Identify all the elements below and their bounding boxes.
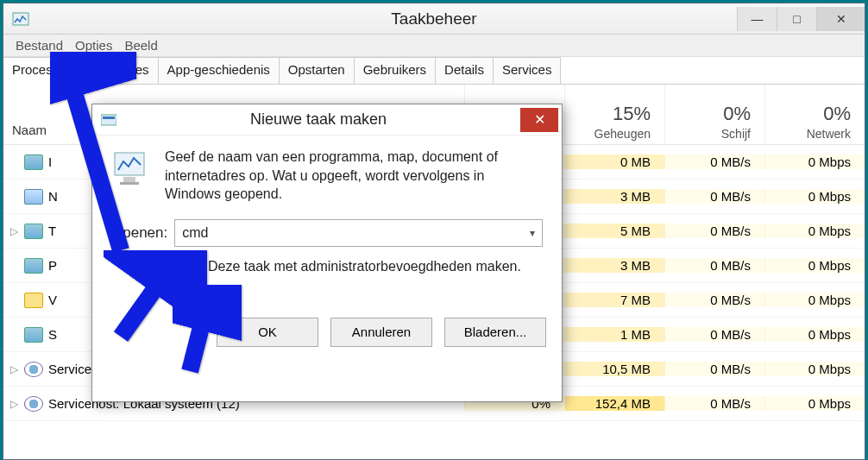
memory-cell: 1 MB: [564, 327, 664, 342]
process-icon: [24, 224, 43, 239]
memory-cell: 10,5 MB: [564, 362, 664, 376]
tab-users[interactable]: Gebruikers: [355, 57, 436, 84]
process-icon: [24, 154, 43, 170]
svg-rect-1: [101, 115, 116, 125]
new-task-dialog: Nieuwe taak maken ✕ Geef de naam van een…: [91, 104, 563, 402]
open-value: cmd: [182, 225, 208, 241]
disk-cell: 0 MB/s: [664, 362, 764, 376]
process-icon: [24, 396, 43, 412]
browse-button[interactable]: Bladeren...: [444, 318, 546, 347]
dialog-close-button[interactable]: ✕: [520, 108, 558, 132]
cancel-button[interactable]: Annuleren: [330, 318, 432, 347]
disk-cell: 0 MB/s: [664, 396, 764, 411]
chevron-down-icon: ▾: [530, 227, 535, 239]
dialog-description: Geef de naam van een programma, map, doc…: [165, 148, 543, 204]
tab-performance[interactable]: Prestaties: [83, 57, 159, 84]
network-cell: 0 Mbps: [764, 293, 865, 307]
process-icon: [24, 362, 43, 377]
disk-cell: 0 MB/s: [664, 224, 764, 238]
column-disk[interactable]: 0% Schijf: [664, 85, 764, 144]
memory-cell: 0 MB: [564, 154, 664, 169]
svg-rect-2: [103, 117, 115, 119]
admin-checkbox[interactable]: [187, 260, 201, 274]
tab-details[interactable]: Details: [436, 57, 494, 84]
column-memory[interactable]: 15% Geheugen: [564, 85, 664, 144]
expand-icon[interactable]: ▷: [3, 398, 24, 410]
disk-cell: 0 MB/s: [664, 154, 764, 169]
tab-app-history[interactable]: App-geschiedenis: [159, 57, 280, 84]
open-label: Openen:: [111, 224, 167, 242]
process-icon: [24, 327, 43, 343]
tab-services[interactable]: Services: [494, 57, 562, 84]
minimize-button[interactable]: —: [737, 7, 777, 31]
svg-rect-5: [120, 182, 139, 185]
expand-icon[interactable]: ▷: [3, 363, 24, 375]
tab-startup[interactable]: Opstarten: [280, 57, 355, 84]
menu-view[interactable]: Beeld: [119, 36, 162, 54]
close-button[interactable]: ✕: [816, 7, 865, 31]
network-cell: 0 Mbps: [764, 224, 865, 238]
network-cell: 0 Mbps: [764, 258, 865, 273]
disk-cell: 0 MB/s: [664, 258, 764, 273]
titlebar[interactable]: Taakbeheer — □ ✕: [3, 3, 865, 35]
expand-icon[interactable]: ▷: [3, 225, 24, 237]
network-cell: 0 Mbps: [764, 396, 865, 411]
menu-options[interactable]: Opties: [70, 36, 117, 54]
network-cell: 0 Mbps: [764, 327, 865, 342]
tab-processes[interactable]: Processen: [3, 57, 83, 85]
svg-rect-4: [123, 177, 135, 182]
column-network[interactable]: 0% Netwerk: [764, 85, 865, 144]
dialog-titlebar[interactable]: Nieuwe taak maken ✕: [92, 104, 562, 135]
tab-row: Processen Prestaties App-geschiedenis Op…: [3, 57, 865, 85]
network-cell: 0 Mbps: [764, 154, 865, 169]
memory-cell: 152,4 MB: [564, 396, 664, 411]
window-controls: — □ ✕: [737, 7, 865, 31]
process-icon: [24, 258, 43, 274]
window-title: Taakbeheer: [3, 9, 865, 28]
task-manager-icon: [12, 10, 29, 28]
disk-cell: 0 MB/s: [664, 327, 764, 342]
maximize-button[interactable]: □: [777, 7, 816, 31]
ok-button[interactable]: OK: [217, 318, 318, 347]
memory-cell: 7 MB: [564, 293, 664, 307]
memory-cell: 5 MB: [564, 224, 664, 238]
memory-cell: 3 MB: [564, 258, 664, 273]
run-dialog-icon: [101, 113, 116, 127]
open-combobox[interactable]: cmd ▾: [174, 219, 543, 247]
menu-file[interactable]: Bestand: [10, 36, 68, 54]
dialog-title: Nieuwe taak maken: [116, 110, 520, 129]
disk-cell: 0 MB/s: [664, 293, 764, 307]
admin-checkbox-label: Deze taak met administratorbevoegdheden …: [208, 259, 521, 274]
network-cell: 0 Mbps: [764, 189, 865, 204]
process-icon: [24, 189, 43, 205]
process-icon: [24, 293, 43, 308]
memory-cell: 3 MB: [564, 189, 664, 204]
disk-cell: 0 MB/s: [664, 189, 764, 204]
run-program-icon: [111, 148, 153, 189]
network-cell: 0 Mbps: [764, 362, 865, 376]
menubar: Bestand Opties Beeld: [3, 35, 865, 57]
